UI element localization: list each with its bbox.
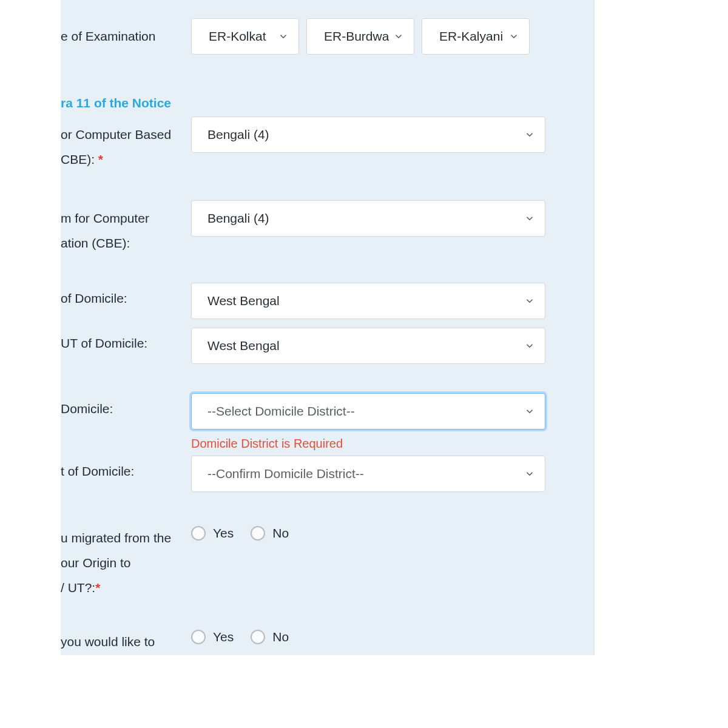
domicile-district-placeholder: --Select Domicile District-- [207, 404, 355, 419]
radio-icon [191, 526, 206, 541]
domicile-state-value: West Bengal [207, 294, 280, 308]
cbe-confirm-field: Bengali (4) [191, 200, 545, 237]
exam-centre-select-2[interactable]: ER-Burdwa [306, 18, 414, 55]
domicile-district-confirm-row: t of Domicile: --Confirm Domicile Distri… [61, 456, 545, 492]
migrated-field: Yes No [191, 520, 545, 541]
reservation-label-l1: you would like to [61, 635, 155, 649]
radio-icon [251, 526, 265, 541]
cbe-medium-label: or Computer Based CBE): * [61, 116, 191, 172]
domicile-state-label: of Domicile: [61, 283, 191, 311]
form-panel: e of Examination ER-Kolkat ER-Burdwa ER-… [61, 0, 595, 655]
cbe-medium-field: Bengali (4) [191, 116, 545, 153]
cbe-medium-label-l1: or Computer Based [61, 127, 171, 141]
cbe-confirm-select[interactable]: Bengali (4) [191, 200, 545, 237]
domicile-district-confirm-label: t of Domicile: [61, 456, 191, 484]
cbe-confirm-row: m for Computer ation (CBE): Bengali (4) [61, 200, 545, 256]
cbe-medium-value: Bengali (4) [207, 127, 269, 142]
domicile-state-confirm-select[interactable]: West Bengal [191, 328, 545, 364]
domicile-district-label: Domicile: [61, 393, 191, 422]
exam-centre-label: e of Examination [61, 18, 191, 49]
migrated-no-label: No [272, 526, 289, 541]
chevron-down-icon [524, 406, 535, 417]
exam-centre-value-3: ER-Kalyani [439, 29, 503, 44]
radio-icon [251, 630, 265, 644]
domicile-state-confirm-value: West Bengal [207, 339, 280, 353]
chevron-down-icon [524, 129, 535, 140]
domicile-district-row: Domicile: --Select Domicile District-- D… [61, 393, 545, 451]
exam-centre-row: e of Examination ER-Kolkat ER-Burdwa ER-… [61, 18, 545, 55]
reservation-no-label: No [272, 630, 289, 644]
domicile-state-confirm-row: UT of Domicile: West Bengal [61, 328, 545, 364]
chevron-down-icon [278, 31, 289, 42]
migrated-yes-radio[interactable]: Yes [191, 526, 234, 541]
migrated-radios: Yes No [191, 520, 545, 541]
domicile-district-confirm-placeholder: --Confirm Domicile District-- [207, 467, 364, 481]
cbe-medium-row: or Computer Based CBE): * Bengali (4) [61, 116, 545, 172]
chevron-down-icon [524, 295, 535, 306]
reservation-label: you would like to fit of reservation [61, 624, 191, 655]
reservation-row: you would like to fit of reservation Yes… [61, 624, 545, 655]
reservation-radios: Yes No [191, 624, 545, 644]
exam-centre-value-1: ER-Kolkat [209, 29, 266, 44]
reservation-field: Yes No [191, 624, 545, 644]
chevron-down-icon [524, 340, 535, 351]
exam-centre-value-2: ER-Burdwa [324, 29, 389, 44]
domicile-state-field: West Bengal [191, 283, 545, 319]
domicile-district-confirm-field: --Confirm Domicile District-- [191, 456, 545, 492]
cbe-confirm-label-l2: ation (CBE): [61, 236, 130, 250]
reservation-yes-label: Yes [213, 630, 234, 644]
cbe-confirm-label: m for Computer ation (CBE): [61, 200, 191, 256]
domicile-district-select[interactable]: --Select Domicile District-- [191, 393, 545, 430]
migrated-yes-label: Yes [213, 526, 234, 541]
exam-centre-select-1[interactable]: ER-Kolkat [191, 18, 299, 55]
required-star: * [95, 581, 100, 595]
cbe-medium-label-l2: CBE): [61, 152, 98, 166]
reservation-yes-radio[interactable]: Yes [191, 630, 234, 644]
exam-centre-select-3[interactable]: ER-Kalyani [422, 18, 530, 55]
domicile-state-select[interactable]: West Bengal [191, 283, 545, 319]
migrated-label-l1: u migrated from the [61, 531, 171, 545]
reservation-no-radio[interactable]: No [251, 630, 289, 644]
migrated-label-l2: our Origin to [61, 556, 131, 570]
migrated-label: u migrated from the our Origin to / UT?:… [61, 520, 191, 601]
domicile-district-confirm-select[interactable]: --Confirm Domicile District-- [191, 456, 545, 492]
cbe-medium-select[interactable]: Bengali (4) [191, 116, 545, 153]
domicile-state-row: of Domicile: West Bengal [61, 283, 545, 319]
chevron-down-icon [524, 468, 535, 479]
domicile-state-confirm-field: West Bengal [191, 328, 545, 364]
migrated-label-l3: / UT?: [61, 581, 95, 595]
cbe-confirm-value: Bengali (4) [207, 211, 269, 226]
domicile-district-error: Domicile District is Required [191, 437, 545, 451]
migrated-no-radio[interactable]: No [251, 526, 289, 541]
chevron-down-icon [508, 31, 519, 42]
radio-icon [191, 630, 206, 644]
notice-link[interactable]: ra 11 of the Notice [61, 96, 545, 110]
domicile-district-field: --Select Domicile District-- Domicile Di… [191, 393, 545, 451]
domicile-state-confirm-label: UT of Domicile: [61, 328, 191, 356]
required-star: * [98, 152, 103, 166]
migrated-row: u migrated from the our Origin to / UT?:… [61, 520, 545, 601]
chevron-down-icon [524, 213, 535, 224]
exam-centre-fields: ER-Kolkat ER-Burdwa ER-Kalyani [191, 18, 545, 55]
chevron-down-icon [393, 31, 404, 42]
cbe-confirm-label-l1: m for Computer [61, 211, 149, 225]
